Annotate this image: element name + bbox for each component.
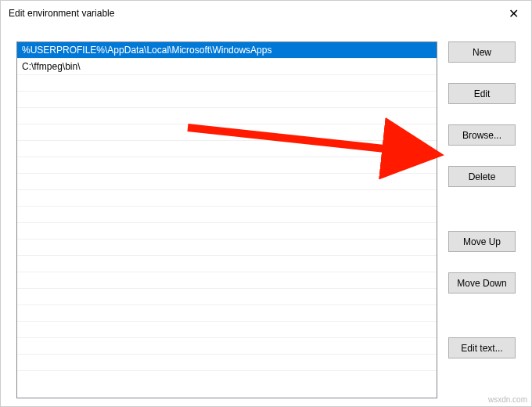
move-up-button[interactable]: Move Up bbox=[448, 231, 516, 252]
path-list-row[interactable]: . bbox=[17, 141, 437, 157]
edit-env-var-dialog: Edit environment variable ✕ %USERPROFILE… bbox=[0, 0, 532, 407]
delete-button[interactable]: Delete bbox=[448, 166, 516, 187]
path-listbox[interactable]: %USERPROFILE%\AppData\Local\Microsoft\Wi… bbox=[16, 41, 437, 398]
path-list-row[interactable]: . bbox=[17, 256, 437, 272]
path-list-row[interactable]: . bbox=[17, 355, 437, 371]
path-list-row[interactable]: . bbox=[17, 124, 437, 141]
path-list-row[interactable]: . bbox=[17, 322, 437, 338]
path-list-row[interactable]: . bbox=[17, 190, 437, 207]
move-down-button[interactable]: Move Down bbox=[448, 272, 516, 294]
path-list-row[interactable]: . bbox=[17, 338, 437, 355]
path-list-row[interactable]: . bbox=[17, 240, 437, 256]
titlebar: Edit environment variable ✕ bbox=[1, 1, 531, 26]
edit-text-button[interactable]: Edit text... bbox=[448, 337, 516, 358]
dialog-content: %USERPROFILE%\AppData\Local\Microsoft\Wi… bbox=[1, 26, 531, 406]
close-icon: ✕ bbox=[509, 6, 519, 21]
path-list-row[interactable]: . bbox=[17, 305, 437, 322]
window-title: Edit environment variable bbox=[9, 8, 114, 19]
path-list-row[interactable]: . bbox=[17, 108, 437, 124]
path-list-row[interactable]: . bbox=[17, 157, 437, 174]
watermark: wsxdn.com bbox=[488, 395, 527, 404]
browse-button[interactable]: Browse... bbox=[448, 124, 516, 146]
button-column: New Edit Browse... Delete Move Up Move D… bbox=[448, 41, 516, 398]
path-list-row[interactable]: . bbox=[17, 174, 437, 190]
edit-button[interactable]: Edit bbox=[448, 83, 516, 104]
path-list-row[interactable]: . bbox=[17, 92, 437, 108]
close-button[interactable]: ✕ bbox=[495, 1, 531, 26]
path-list-row[interactable]: . bbox=[17, 272, 437, 289]
path-list-row[interactable]: . bbox=[17, 289, 437, 305]
new-button[interactable]: New bbox=[448, 41, 516, 63]
path-list-row[interactable]: C:\ffmpeg\bin\ bbox=[17, 59, 437, 75]
path-list-row[interactable]: . bbox=[17, 207, 437, 223]
path-list-row[interactable]: . bbox=[17, 223, 437, 240]
path-list-row[interactable]: . bbox=[17, 75, 437, 92]
path-list-row[interactable]: %USERPROFILE%\AppData\Local\Microsoft\Wi… bbox=[17, 42, 437, 59]
